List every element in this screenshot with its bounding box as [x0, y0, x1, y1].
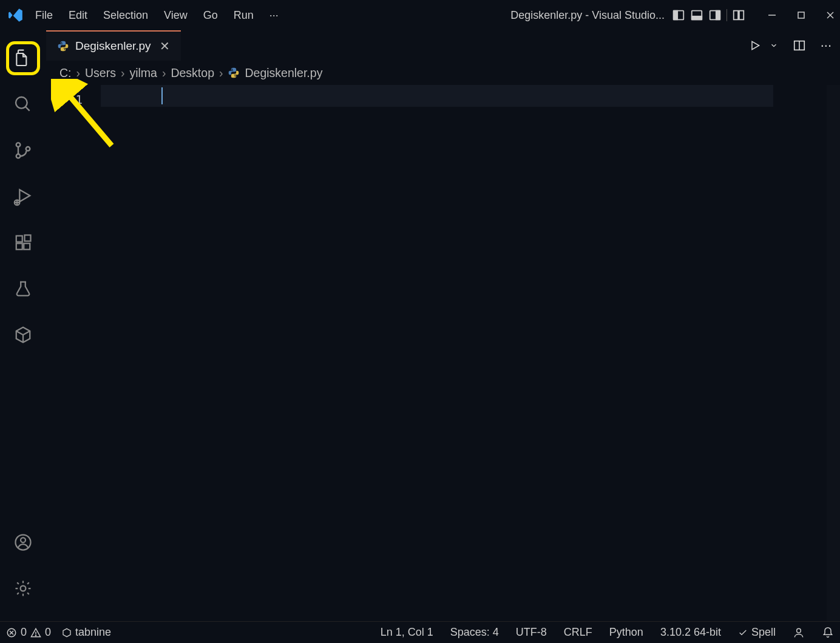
svg-rect-24 — [25, 235, 31, 241]
title-bar: File Edit Selection View Go Run ··· Degi… — [0, 0, 840, 30]
status-spell[interactable]: Spell — [738, 626, 776, 639]
status-problems[interactable]: 0 0 — [6, 626, 51, 639]
svg-rect-21 — [16, 236, 22, 242]
search-icon[interactable] — [6, 87, 40, 121]
panel-left-icon[interactable] — [672, 8, 685, 22]
editor-area: Degiskenler.py ✕ ··· C: › Users — [46, 30, 840, 621]
svg-point-26 — [21, 537, 25, 542]
status-interpreter[interactable]: 3.10.2 64-bit — [660, 626, 721, 639]
testing-icon[interactable] — [6, 272, 40, 306]
svg-rect-7 — [739, 11, 743, 20]
status-language[interactable]: Python — [609, 626, 643, 639]
menu-file[interactable]: File — [35, 9, 53, 22]
tab-degiskenler[interactable]: Degiskenler.py ✕ — [46, 30, 181, 61]
line-gutter: 1 — [46, 85, 101, 621]
error-count: 0 — [21, 626, 27, 639]
editor-body[interactable]: 1 — [46, 85, 840, 621]
status-tabnine[interactable]: tabnine — [62, 626, 111, 639]
svg-rect-1 — [674, 11, 677, 20]
svg-rect-9 — [798, 12, 804, 18]
close-icon[interactable] — [825, 10, 835, 20]
svg-point-36 — [35, 635, 36, 635]
svg-rect-5 — [716, 11, 720, 20]
menu-go[interactable]: Go — [203, 9, 218, 22]
svg-line-13 — [25, 107, 30, 111]
python-file-icon — [57, 40, 69, 52]
menu-more-icon[interactable]: ··· — [269, 9, 279, 22]
menu-view[interactable]: View — [164, 9, 188, 22]
menu-bar: File Edit Selection View Go Run ··· — [35, 9, 279, 22]
layout-controls — [672, 8, 745, 22]
run-debug-icon[interactable] — [6, 180, 40, 214]
split-editor-icon[interactable] — [793, 39, 806, 52]
svg-rect-23 — [24, 243, 30, 249]
svg-point-14 — [16, 143, 21, 147]
accounts-icon[interactable] — [6, 525, 40, 559]
breadcrumb-segment[interactable]: yilma — [129, 66, 157, 80]
status-eol[interactable]: CRLF — [564, 626, 592, 639]
check-icon — [738, 628, 748, 638]
menu-run[interactable]: Run — [234, 9, 254, 22]
run-dropdown-icon[interactable] — [770, 41, 778, 50]
cube-small-icon — [62, 628, 72, 638]
chevron-right-icon: › — [76, 66, 81, 80]
window-controls — [767, 10, 835, 20]
error-icon — [6, 627, 17, 638]
explorer-icon[interactable] — [6, 41, 40, 75]
svg-point-15 — [16, 154, 21, 158]
svg-point-16 — [26, 147, 30, 151]
editor-actions: ··· — [740, 30, 840, 61]
status-bar: 0 0 tabnine Ln 1, Col 1 Spaces: 4 UTF-8 … — [0, 621, 840, 643]
panel-bottom-icon[interactable] — [690, 8, 703, 22]
line-number: 1 — [46, 89, 83, 110]
breadcrumb[interactable]: C: › Users › yilma › Desktop › Degiskenl… — [46, 61, 840, 85]
run-file-icon[interactable] — [749, 39, 761, 52]
svg-rect-3 — [692, 16, 702, 20]
svg-point-27 — [21, 586, 26, 591]
minimize-icon[interactable] — [767, 10, 777, 20]
activity-bar — [0, 30, 46, 621]
tab-filename: Degiskenler.py — [75, 39, 151, 53]
status-encoding[interactable]: UTF-8 — [516, 626, 547, 639]
svg-point-37 — [797, 628, 801, 633]
svg-rect-22 — [16, 243, 22, 249]
status-cursor-position[interactable]: Ln 1, Col 1 — [381, 626, 433, 639]
menu-selection[interactable]: Selection — [103, 9, 148, 22]
vscode-logo-icon — [5, 7, 27, 23]
cube-icon[interactable] — [6, 318, 40, 352]
warning-count: 0 — [45, 626, 51, 639]
notifications-bell-icon[interactable] — [822, 627, 834, 639]
spell-label: Spell — [751, 626, 776, 639]
customize-layout-icon[interactable] — [732, 8, 745, 22]
svg-point-12 — [16, 97, 27, 109]
maximize-icon[interactable] — [796, 10, 806, 20]
warning-icon — [30, 627, 41, 638]
panel-right-icon[interactable] — [708, 8, 722, 22]
svg-marker-28 — [752, 41, 759, 49]
python-file-icon — [228, 67, 240, 79]
status-indentation[interactable]: Spaces: 4 — [450, 626, 499, 639]
tab-close-icon[interactable]: ✕ — [160, 39, 170, 53]
breadcrumb-segment[interactable]: C: — [59, 66, 72, 80]
menu-edit[interactable]: Edit — [69, 9, 87, 22]
svg-marker-17 — [19, 190, 30, 202]
svg-rect-6 — [734, 11, 738, 20]
tabnine-label: tabnine — [75, 626, 111, 639]
vertical-scrollbar[interactable] — [827, 85, 840, 621]
chevron-right-icon: › — [162, 66, 166, 80]
extensions-icon[interactable] — [6, 226, 40, 260]
breadcrumb-segment[interactable]: Degiskenler.py — [245, 66, 322, 80]
source-control-icon[interactable] — [6, 133, 40, 167]
current-line-highlight — [101, 85, 773, 107]
chevron-right-icon: › — [121, 66, 125, 80]
window-title: Degiskenler.py - Visual Studio... — [510, 9, 665, 22]
settings-gear-icon[interactable] — [6, 571, 40, 605]
feedback-icon[interactable] — [793, 627, 805, 639]
chevron-right-icon: › — [219, 66, 223, 80]
breadcrumb-segment[interactable]: Desktop — [171, 66, 214, 80]
text-cursor — [161, 87, 163, 104]
breadcrumb-segment[interactable]: Users — [85, 66, 116, 80]
more-actions-icon[interactable]: ··· — [821, 38, 832, 53]
tab-bar: Degiskenler.py ✕ ··· — [46, 30, 840, 61]
